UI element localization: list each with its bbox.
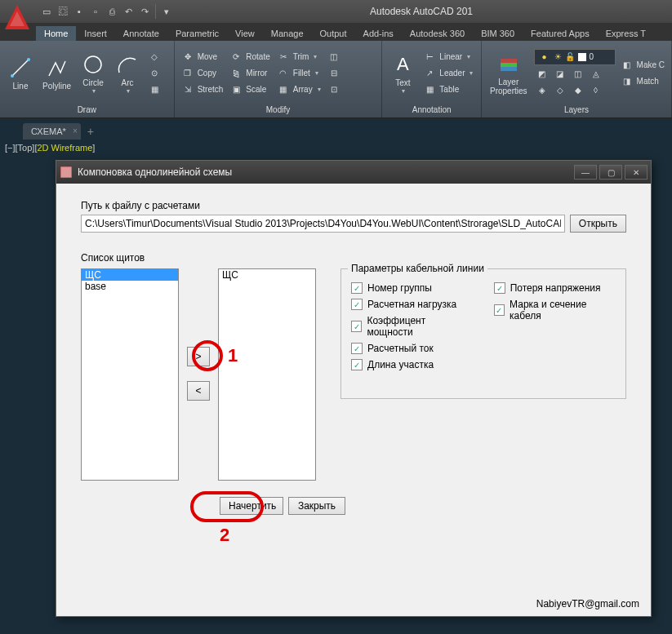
- qat-save-icon[interactable]: ▪: [72, 4, 87, 19]
- close-tab-icon[interactable]: ×: [73, 126, 78, 135]
- panel-layers: Layer Properties ● ☀ 🔓 0 ◩ ◪ ◫ ◬ ◈: [482, 41, 672, 117]
- array-button[interactable]: ▦Array: [275, 82, 323, 97]
- leader-button[interactable]: ↗Leader: [421, 66, 474, 81]
- qat-open-icon[interactable]: ⿴: [56, 4, 70, 19]
- check-group-number[interactable]: ✓Номер группы: [351, 282, 470, 294]
- tab-featured[interactable]: Featured Apps: [523, 26, 598, 41]
- layer-selector[interactable]: ● ☀ 🔓 0: [534, 49, 616, 65]
- mod-ext3-icon[interactable]: ⊡: [326, 82, 342, 97]
- left-listbox[interactable]: ЩС base: [81, 268, 179, 481]
- move-icon: ✥: [181, 51, 194, 64]
- maximize-button[interactable]: ▢: [599, 165, 622, 180]
- checkbox-icon: ✓: [351, 299, 363, 310]
- add-tab-button[interactable]: +: [81, 123, 100, 140]
- move-right-button[interactable]: >: [187, 347, 210, 366]
- layer-props-icon: [496, 51, 521, 76]
- table-button[interactable]: ▦Table: [421, 82, 474, 97]
- check-design-current[interactable]: ✓Расчетный ток: [351, 343, 470, 354]
- qat-separator: [155, 4, 156, 19]
- trim-button[interactable]: ✂Trim: [275, 50, 323, 64]
- list-item[interactable]: base: [82, 281, 178, 292]
- layer-tool4-icon[interactable]: ◬: [588, 67, 604, 82]
- minimize-button[interactable]: —: [574, 165, 597, 180]
- linear-button[interactable]: ⊢Linear: [421, 50, 474, 64]
- fillet-button[interactable]: ◠Fillet: [275, 66, 323, 81]
- check-section-length[interactable]: ✓Длина участка: [351, 359, 470, 370]
- draw-ext2-icon[interactable]: ⊙: [146, 66, 162, 81]
- arc-label: Arc: [122, 78, 134, 87]
- check-cable-brand[interactable]: ✓Марка и сечение кабеля: [494, 299, 616, 321]
- autocad-app-icon[interactable]: [2, 2, 33, 33]
- tab-bim360[interactable]: BIM 360: [473, 26, 523, 41]
- open-button[interactable]: Открыть: [570, 215, 626, 233]
- layer-tool1-icon[interactable]: ◩: [534, 67, 550, 82]
- tab-insert[interactable]: Insert: [76, 26, 115, 41]
- svg-rect-8: [501, 67, 517, 71]
- qat-redo-icon[interactable]: ↷: [137, 4, 152, 19]
- annotation-num-2: 2: [220, 525, 229, 546]
- layer-tool7-icon[interactable]: ◆: [570, 83, 586, 98]
- tab-express[interactable]: Express T: [598, 26, 654, 41]
- draw-button[interactable]: Начертить: [220, 497, 283, 515]
- layer-props-label: Layer Properties: [490, 78, 527, 95]
- path-input[interactable]: [81, 215, 565, 233]
- tab-manage[interactable]: Manage: [263, 26, 312, 41]
- tab-addins[interactable]: Add-ins: [355, 26, 402, 41]
- layer-tool6-icon[interactable]: ◇: [552, 83, 568, 98]
- dialog-title: Компоновка однолинейной схемы: [78, 166, 572, 178]
- text-icon: A: [390, 52, 415, 77]
- svg-point-3: [11, 74, 14, 78]
- qat-new-icon[interactable]: ▭: [39, 4, 54, 19]
- layer-tool5-icon[interactable]: ◈: [534, 83, 550, 98]
- check-power-factor[interactable]: ✓Коэффицент мощности: [351, 315, 470, 338]
- layer-tool8-icon[interactable]: ◊: [588, 83, 604, 98]
- dialog-titlebar[interactable]: Компоновка однолинейной схемы — ▢ ✕: [56, 161, 651, 184]
- layer-props-button[interactable]: Layer Properties: [487, 50, 531, 97]
- move-left-button[interactable]: <: [187, 381, 210, 401]
- scale-button[interactable]: ▣Scale: [228, 82, 271, 97]
- match-layer-button[interactable]: ◨Match: [619, 74, 666, 89]
- tab-output[interactable]: Output: [312, 26, 355, 41]
- close-button[interactable]: ✕: [625, 165, 648, 180]
- move-button[interactable]: ✥Move: [180, 50, 225, 64]
- qat-saveas-icon[interactable]: ▫: [88, 4, 103, 19]
- checkbox-icon: ✓: [494, 304, 505, 316]
- sun-icon: ☀: [554, 52, 562, 61]
- layer-tool3-icon[interactable]: ◫: [570, 67, 586, 82]
- groupbox-title: Параметры кабельной линии: [348, 263, 487, 274]
- stretch-button[interactable]: ⇲Stretch: [180, 82, 225, 97]
- text-button[interactable]: A Text: [387, 51, 418, 96]
- tab-annotate[interactable]: Annotate: [115, 26, 167, 41]
- layer-tool2-icon[interactable]: ◪: [552, 67, 568, 82]
- close-dialog-button[interactable]: Закрыть: [288, 497, 345, 515]
- qat-plot-icon[interactable]: ⎙: [105, 4, 119, 19]
- rotate-button[interactable]: ⟳Rotate: [228, 50, 271, 64]
- make-current-button[interactable]: ◧Make C: [619, 58, 666, 73]
- copy-button[interactable]: ❐Copy: [180, 66, 225, 81]
- arc-button[interactable]: Arc: [112, 51, 143, 96]
- qat-more-icon[interactable]: ▾: [159, 4, 174, 19]
- circle-button[interactable]: Circle: [78, 51, 109, 96]
- right-listbox[interactable]: ЩС: [218, 268, 316, 481]
- list-item[interactable]: ЩС: [219, 269, 315, 281]
- match-icon: ◨: [621, 75, 634, 88]
- tab-autodesk360[interactable]: Autodesk 360: [402, 26, 473, 41]
- polyline-button[interactable]: Polyline: [39, 54, 74, 92]
- viewport-label[interactable]: [−][Top][2D Wireframe]: [5, 143, 95, 153]
- mod-ext1-icon[interactable]: ◫: [326, 50, 342, 64]
- lock-icon: 🔓: [565, 52, 575, 61]
- tab-home[interactable]: Home: [36, 26, 76, 41]
- mirror-button[interactable]: ⧎Mirror: [228, 66, 271, 81]
- line-button[interactable]: Line: [5, 54, 36, 92]
- draw-ext1-icon[interactable]: ◇: [146, 50, 162, 64]
- mod-ext2-icon[interactable]: ⊟: [326, 66, 342, 81]
- draw-ext3-icon[interactable]: ▦: [146, 82, 162, 97]
- tab-view[interactable]: View: [227, 26, 263, 41]
- doc-tab[interactable]: СХЕМА* ×: [23, 123, 81, 140]
- check-voltage-drop[interactable]: ✓Потеря напряжения: [494, 282, 616, 294]
- tab-parametric[interactable]: Parametric: [167, 26, 227, 41]
- qat-undo-icon[interactable]: ↶: [121, 4, 136, 19]
- check-design-load[interactable]: ✓Расчетная нагрузка: [351, 299, 470, 310]
- make-icon: ◧: [621, 59, 634, 72]
- list-item[interactable]: ЩС: [82, 269, 178, 281]
